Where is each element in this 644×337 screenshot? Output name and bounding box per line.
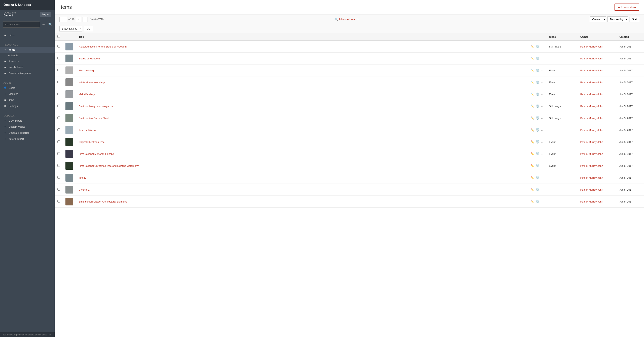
- search-options-button[interactable]: ···: [41, 22, 46, 27]
- sidebar-item-sites[interactable]: ■ Sites: [0, 32, 55, 38]
- sort-direction-select[interactable]: Descending: [608, 17, 628, 22]
- delete-icon[interactable]: 🗑️: [536, 45, 540, 48]
- sidebar-item-zotero[interactable]: + Zotero Import: [0, 136, 55, 142]
- owner-link[interactable]: Patrick Murray-John: [580, 200, 603, 203]
- edit-icon[interactable]: ✏️: [530, 57, 534, 60]
- item-title-link[interactable]: Capitol Christmas Tree: [79, 141, 104, 143]
- more-options-icon[interactable]: ···: [541, 200, 544, 203]
- item-title-link[interactable]: Rejected design for the Statue of Freedo…: [79, 45, 126, 48]
- more-options-icon[interactable]: ···: [541, 188, 544, 191]
- edit-icon[interactable]: ✏️: [530, 45, 534, 48]
- sidebar-item-modules[interactable]: + Modules: [0, 91, 55, 97]
- owner-link[interactable]: Patrick Murray-John: [580, 141, 603, 143]
- select-all-checkbox[interactable]: [58, 35, 60, 38]
- sort-field-select[interactable]: Created: [590, 17, 606, 22]
- more-options-icon[interactable]: ···: [541, 45, 544, 48]
- delete-icon[interactable]: 🗑️: [536, 116, 540, 120]
- owner-link[interactable]: Patrick Murray-John: [580, 45, 603, 48]
- row-checkbox[interactable]: [58, 57, 60, 60]
- search-input[interactable]: [3, 22, 40, 28]
- more-options-icon[interactable]: ···: [541, 93, 544, 96]
- edit-icon[interactable]: ✏️: [530, 140, 534, 144]
- sidebar-item-vocabularies[interactable]: ■ Vocabularies: [0, 64, 55, 70]
- delete-icon[interactable]: 🗑️: [536, 152, 540, 156]
- item-title-link[interactable]: Smithsonian grounds neglected: [79, 105, 114, 108]
- edit-icon[interactable]: ✏️: [530, 104, 534, 108]
- owner-link[interactable]: Patrick Murray-John: [580, 129, 603, 132]
- sidebar-item-resource-templates[interactable]: ■ Resource templates: [0, 70, 55, 76]
- row-checkbox[interactable]: [58, 117, 60, 119]
- page-number-input[interactable]: 1: [60, 17, 67, 22]
- delete-icon[interactable]: 🗑️: [536, 188, 540, 191]
- sidebar-item-media[interactable]: ▶ Media: [0, 53, 55, 58]
- owner-link[interactable]: Patrick Murray-John: [580, 105, 603, 108]
- item-title-link[interactable]: Gwenfritz: [79, 188, 90, 191]
- item-title-link[interactable]: Statue of Freedom: [79, 57, 100, 60]
- logout-button[interactable]: Logout: [40, 12, 51, 17]
- row-checkbox[interactable]: [58, 140, 60, 143]
- search-submit-button[interactable]: 🔍: [47, 22, 53, 27]
- item-title-link[interactable]: Smithsonian Garden Shed: [79, 117, 108, 120]
- page-prev-button[interactable]: ‹: [76, 17, 81, 22]
- more-options-icon[interactable]: ···: [541, 128, 544, 132]
- sidebar-item-jobs[interactable]: ■ Jobs: [0, 97, 55, 103]
- row-checkbox[interactable]: [58, 93, 60, 95]
- item-title-link[interactable]: The Wedding: [79, 69, 94, 72]
- row-checkbox[interactable]: [58, 152, 60, 155]
- owner-link[interactable]: Patrick Murray-John: [580, 176, 603, 179]
- edit-icon[interactable]: ✏️: [530, 69, 534, 72]
- row-checkbox[interactable]: [58, 69, 60, 71]
- row-checkbox[interactable]: [58, 128, 60, 131]
- owner-link[interactable]: Patrick Murray-John: [580, 93, 603, 96]
- more-options-icon[interactable]: ···: [541, 164, 544, 168]
- more-options-icon[interactable]: ···: [541, 140, 544, 144]
- row-checkbox[interactable]: [58, 164, 60, 167]
- sort-button[interactable]: Sort: [630, 17, 639, 22]
- delete-icon[interactable]: 🗑️: [536, 128, 540, 132]
- sidebar-item-users[interactable]: 👤 Users: [0, 85, 55, 91]
- edit-icon[interactable]: ✏️: [530, 164, 534, 168]
- more-options-icon[interactable]: ···: [541, 69, 544, 72]
- delete-icon[interactable]: 🗑️: [536, 200, 540, 203]
- edit-icon[interactable]: ✏️: [530, 128, 534, 132]
- sidebar-item-custom-vocab[interactable]: + Custom Vocab: [0, 124, 55, 130]
- sidebar-item-items[interactable]: ● Items: [0, 47, 55, 53]
- item-title-link[interactable]: First National Menorah Lighting: [79, 152, 114, 155]
- edit-icon[interactable]: ✏️: [530, 176, 534, 179]
- owner-link[interactable]: Patrick Murray-John: [580, 81, 603, 84]
- edit-icon[interactable]: ✏️: [530, 93, 534, 96]
- row-checkbox[interactable]: [58, 45, 60, 48]
- owner-link[interactable]: Patrick Murray-John: [580, 188, 603, 191]
- sidebar-item-settings[interactable]: ⚙ Settings: [0, 103, 55, 109]
- owner-link[interactable]: Patrick Murray-John: [580, 152, 603, 155]
- row-checkbox[interactable]: [58, 200, 60, 202]
- batch-go-button[interactable]: Go: [84, 26, 93, 31]
- page-next-button[interactable]: ›: [82, 17, 88, 22]
- item-title-link[interactable]: White House Weddings: [79, 81, 105, 84]
- delete-icon[interactable]: 🗑️: [536, 69, 540, 72]
- batch-actions-select[interactable]: Batch actions: [60, 26, 82, 32]
- owner-link[interactable]: Patrick Murray-John: [580, 164, 603, 167]
- row-checkbox[interactable]: [58, 176, 60, 179]
- row-checkbox[interactable]: [58, 81, 60, 83]
- delete-icon[interactable]: 🗑️: [536, 57, 540, 60]
- sidebar-item-item-sets[interactable]: ■ Item sets: [0, 58, 55, 64]
- item-title-link[interactable]: First National Christmas Tree and Lighti…: [79, 164, 138, 167]
- edit-icon[interactable]: ✏️: [530, 188, 534, 191]
- edit-icon[interactable]: ✏️: [530, 81, 534, 84]
- delete-icon[interactable]: 🗑️: [536, 81, 540, 84]
- more-options-icon[interactable]: ···: [541, 57, 544, 60]
- delete-icon[interactable]: 🗑️: [536, 104, 540, 108]
- delete-icon[interactable]: 🗑️: [536, 176, 540, 179]
- row-checkbox[interactable]: [58, 105, 60, 107]
- sidebar-item-omeka2[interactable]: + Omeka 2 Importer: [0, 130, 55, 136]
- row-checkbox[interactable]: [58, 188, 60, 191]
- owner-link[interactable]: Patrick Murray-John: [580, 57, 603, 60]
- edit-icon[interactable]: ✏️: [530, 116, 534, 120]
- advanced-search-link[interactable]: 🔍 Advanced search: [335, 18, 358, 21]
- more-options-icon[interactable]: ···: [541, 152, 544, 156]
- more-options-icon[interactable]: ···: [541, 176, 544, 179]
- item-title-link[interactable]: Jose de Rivera: [79, 129, 96, 132]
- owner-link[interactable]: Patrick Murray-John: [580, 117, 603, 120]
- delete-icon[interactable]: 🗑️: [536, 164, 540, 168]
